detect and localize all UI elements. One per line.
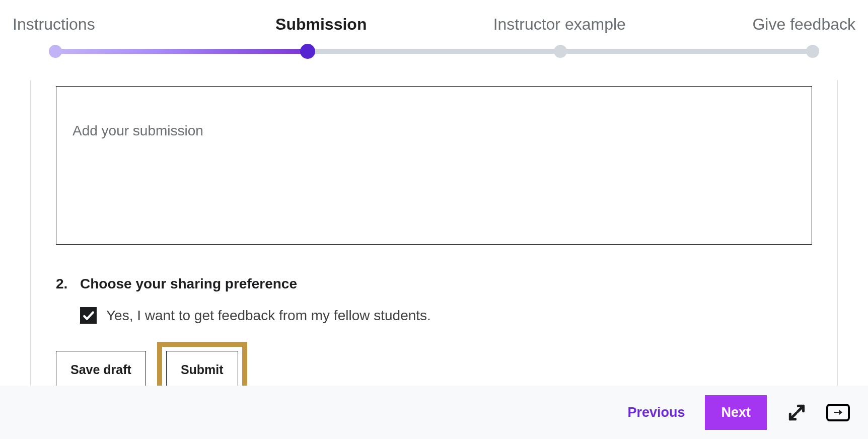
- previous-button[interactable]: Previous: [627, 405, 685, 420]
- save-draft-button[interactable]: Save draft: [56, 351, 146, 389]
- section-title: Choose your sharing preference: [80, 276, 297, 292]
- section-2-heading: 2. Choose your sharing preference: [56, 276, 812, 292]
- checkbox-checked-icon[interactable]: [80, 307, 97, 324]
- step-track: [55, 45, 813, 60]
- progress-stepper: Instructions Submission Instructor examp…: [0, 0, 868, 60]
- submit-button[interactable]: Submit: [166, 351, 238, 389]
- submission-placeholder: Add your submission: [73, 123, 795, 139]
- share-preference-label: Yes, I want to get feedback from my fell…: [106, 308, 431, 324]
- track-fill: [55, 49, 308, 54]
- step-give-feedback[interactable]: Give feedback: [645, 15, 856, 34]
- footer-bar: Previous Next: [0, 386, 868, 439]
- step-dot-2: [300, 44, 315, 59]
- step-instructions[interactable]: Instructions: [13, 15, 224, 34]
- share-preference-row[interactable]: Yes, I want to get feedback from my fell…: [80, 307, 812, 324]
- step-dot-4: [806, 45, 819, 58]
- expand-icon[interactable]: [787, 403, 806, 422]
- step-dot-3: [554, 45, 567, 58]
- next-button[interactable]: Next: [705, 395, 767, 430]
- submission-card: Add your submission 2. Choose your shari…: [30, 80, 838, 413]
- step-instructor-example[interactable]: Instructor example: [454, 15, 665, 34]
- fullscreen-icon[interactable]: [826, 404, 850, 421]
- submission-editor[interactable]: Add your submission: [56, 86, 812, 245]
- step-labels: Instructions Submission Instructor examp…: [13, 15, 855, 34]
- step-submission[interactable]: Submission: [216, 15, 427, 34]
- section-number: 2.: [56, 276, 70, 292]
- step-dot-1: [49, 45, 62, 58]
